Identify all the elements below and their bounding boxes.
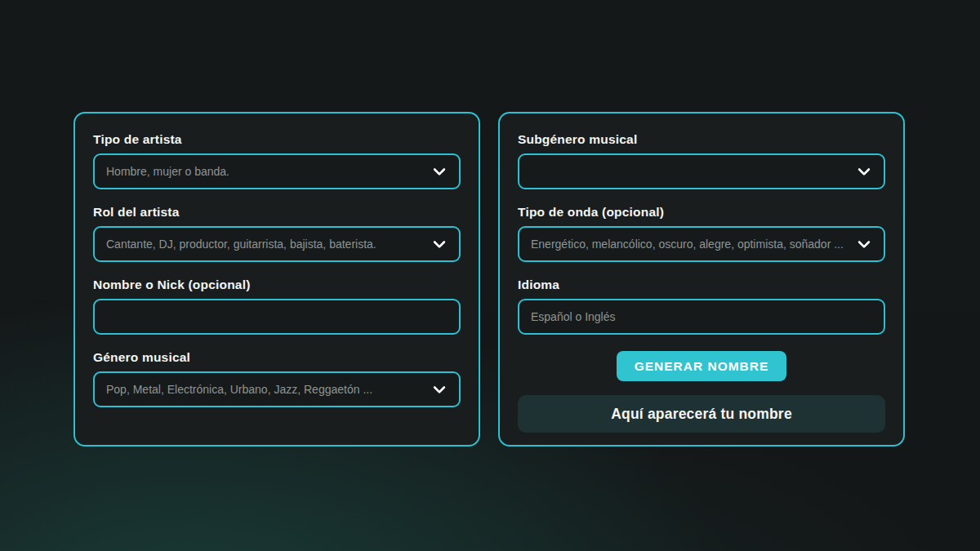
field-group-idioma: Idioma	[518, 278, 885, 335]
genero-musical-label: Género musical	[93, 350, 461, 365]
field-group-tipo-de-onda: Tipo de onda (opcional) Energético, mela…	[518, 205, 885, 262]
nombre-o-nick-label: Nombre o Nick (opcional)	[93, 278, 461, 292]
nombre-o-nick-input[interactable]	[93, 299, 461, 335]
artist-form-panel: Tipo de artista Hombre, mujer o banda. R…	[74, 112, 480, 447]
chevron-down-icon	[431, 236, 448, 252]
subgenero-musical-select[interactable]	[518, 153, 885, 189]
artist-name-generator: Tipo de artista Hombre, mujer o banda. R…	[0, 0, 980, 447]
rol-del-artista-select[interactable]: Cantante, DJ, productor, guitarrista, ba…	[93, 226, 461, 262]
tipo-de-artista-select[interactable]: Hombre, mujer o banda.	[93, 153, 461, 189]
idioma-label: Idioma	[518, 278, 885, 292]
tipo-de-artista-label: Tipo de artista	[93, 132, 461, 147]
tipo-de-artista-placeholder: Hombre, mujer o banda.	[106, 165, 423, 178]
chevron-down-icon	[431, 381, 448, 398]
chevron-down-icon	[856, 236, 872, 252]
rol-del-artista-placeholder: Cantante, DJ, productor, guitarrista, ba…	[106, 238, 423, 251]
generate-button-row: GENERAR NOMBRE	[518, 351, 885, 381]
tipo-de-onda-placeholder: Energético, melancólico, oscuro, alegre,…	[531, 238, 848, 251]
subgenero-musical-label: Subgénero musical	[518, 132, 885, 147]
genero-musical-select[interactable]: Pop, Metal, Electrónica, Urbano, Jazz, R…	[93, 371, 461, 407]
field-group-tipo-de-artista: Tipo de artista Hombre, mujer o banda.	[93, 132, 461, 189]
field-group-subgenero-musical: Subgénero musical	[518, 132, 885, 189]
generated-name-result-box: Aquí aparecerá tu nombre	[518, 395, 885, 433]
generar-nombre-button[interactable]: GENERAR NOMBRE	[617, 351, 787, 381]
rol-del-artista-label: Rol del artista	[93, 205, 461, 220]
genero-musical-placeholder: Pop, Metal, Electrónica, Urbano, Jazz, R…	[106, 383, 423, 396]
field-group-rol-del-artista: Rol del artista Cantante, DJ, productor,…	[93, 205, 461, 262]
chevron-down-icon	[856, 163, 872, 180]
field-group-nombre-o-nick: Nombre o Nick (opcional)	[93, 278, 461, 335]
tipo-de-onda-select[interactable]: Energético, melancólico, oscuro, alegre,…	[518, 226, 885, 262]
idioma-input[interactable]	[518, 299, 885, 335]
chevron-down-icon	[431, 163, 448, 180]
field-group-genero-musical: Género musical Pop, Metal, Electrónica, …	[93, 350, 461, 407]
style-form-panel: Subgénero musical Tipo de onda (opcional…	[498, 112, 905, 447]
tipo-de-onda-label: Tipo de onda (opcional)	[518, 205, 885, 220]
